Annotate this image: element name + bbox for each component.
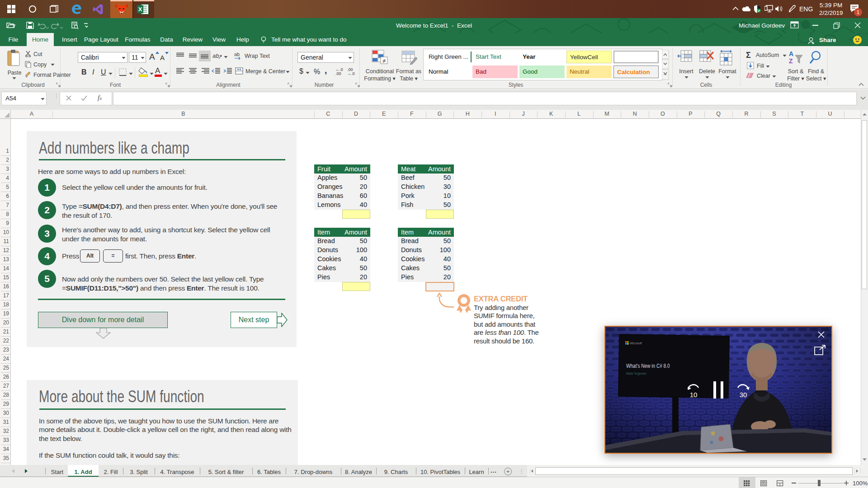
svg-text:Microsoft: Microsoft [630, 342, 642, 345]
svg-text:ab: ab [234, 52, 240, 57]
svg-text:≠: ≠ [382, 57, 386, 64]
svg-text:→.0: →.0 [347, 71, 355, 75]
svg-text:.00: .00 [335, 71, 341, 75]
svg-text:Z: Z [789, 57, 793, 65]
svg-text:A: A [789, 50, 793, 57]
svg-text:30: 30 [740, 391, 747, 399]
svg-text:X: X [138, 6, 142, 13]
svg-text:10: 10 [690, 391, 698, 399]
svg-text:ab: ab [212, 52, 219, 59]
